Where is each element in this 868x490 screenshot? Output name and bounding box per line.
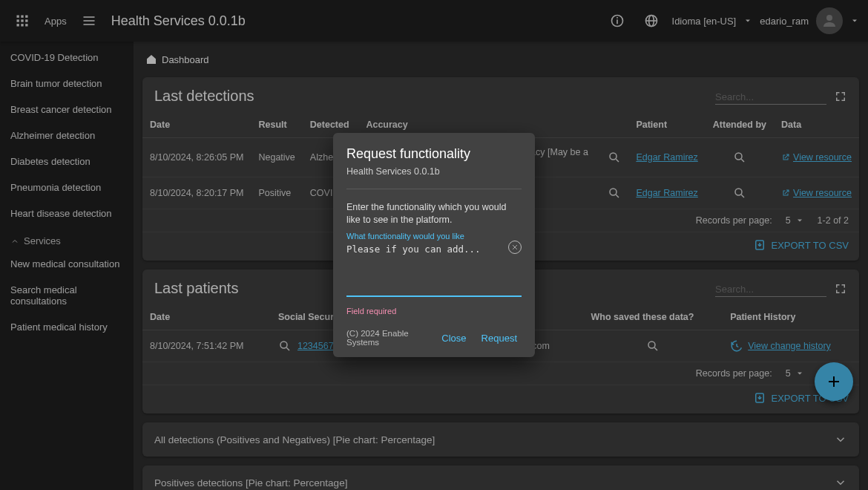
modal-footer-text: (C) 2024 Enable Systems bbox=[346, 329, 431, 347]
field-label: What functionality would you like bbox=[346, 232, 464, 241]
modal-description: Enter the functionality which you would … bbox=[346, 201, 522, 226]
close-icon bbox=[511, 244, 519, 251]
modal-subtitle: Health Services 0.0.1b bbox=[346, 166, 522, 177]
request-functionality-modal: Request functionality Health Services 0.… bbox=[333, 133, 535, 358]
field-required-hint: Field required bbox=[346, 307, 522, 316]
close-button[interactable]: Close bbox=[437, 330, 470, 347]
functionality-textarea[interactable] bbox=[346, 238, 522, 297]
modal-divider bbox=[346, 189, 522, 189]
modal-title: Request functionality bbox=[346, 146, 522, 162]
request-button[interactable]: Request bbox=[477, 330, 522, 347]
modal-scrim[interactable]: Request functionality Health Services 0.… bbox=[0, 0, 868, 490]
clear-button[interactable] bbox=[508, 241, 522, 254]
